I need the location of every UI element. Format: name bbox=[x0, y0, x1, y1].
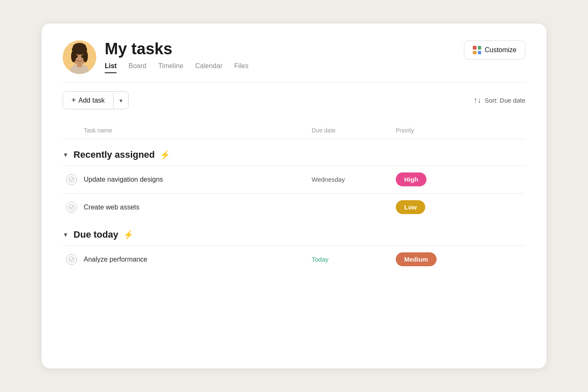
task-check-3[interactable] bbox=[66, 254, 77, 265]
tabs-nav: List Board Timeline Calendar Files bbox=[105, 62, 249, 73]
svg-point-12 bbox=[69, 257, 74, 262]
task-name-cell: Create web assets bbox=[63, 202, 307, 213]
tab-list[interactable]: List bbox=[105, 62, 117, 73]
section-chevron-due-today[interactable]: ▼ bbox=[63, 231, 69, 238]
add-task-button[interactable]: + Add task bbox=[63, 92, 113, 109]
add-task-label: Add task bbox=[79, 97, 105, 104]
lightning-icon-recently-assigned: ⚡ bbox=[160, 150, 170, 160]
main-card: My tasks List Board Timeline Calendar Fi… bbox=[42, 24, 546, 368]
task-check-2[interactable] bbox=[66, 202, 77, 213]
priority-badge-1[interactable]: High bbox=[396, 172, 426, 186]
plus-icon: + bbox=[72, 96, 76, 105]
table-row: Update navigation designs Wednesday High bbox=[63, 165, 525, 193]
table-header: Task name Due date Priority bbox=[63, 122, 525, 139]
col-header-extra bbox=[492, 125, 525, 135]
col-header-priority: Priority bbox=[391, 125, 492, 135]
section-recently-assigned: ▼ Recently assigned ⚡ bbox=[63, 141, 525, 165]
page-title: My tasks bbox=[105, 40, 249, 58]
customize-icon bbox=[473, 46, 481, 54]
sort-button[interactable]: ↑↓ Sort: Due date bbox=[474, 96, 525, 105]
avatar bbox=[63, 40, 96, 74]
task-table: Task name Due date Priority ▼ Recently a… bbox=[63, 122, 525, 273]
dot-green bbox=[478, 46, 482, 50]
col-header-task-name: Task name bbox=[63, 125, 307, 135]
lightning-icon-due-today: ⚡ bbox=[123, 230, 134, 240]
check-icon bbox=[69, 257, 74, 262]
task-name-1: Update navigation designs bbox=[84, 176, 163, 183]
svg-point-9 bbox=[81, 55, 84, 58]
check-icon bbox=[69, 204, 74, 210]
task-check-1[interactable] bbox=[66, 174, 77, 185]
tab-files[interactable]: Files bbox=[234, 62, 249, 73]
svg-point-8 bbox=[75, 55, 78, 58]
task-name-3: Analyze performance bbox=[84, 256, 147, 263]
customize-button[interactable]: Customize bbox=[464, 40, 525, 60]
due-date-3: Today bbox=[307, 256, 391, 263]
tab-board[interactable]: Board bbox=[128, 62, 146, 73]
svg-point-7 bbox=[73, 43, 86, 51]
toolbar: + Add task ▾ ↑↓ Sort: Due date bbox=[63, 91, 525, 109]
table-row: Analyze performance Today Medium bbox=[63, 245, 525, 273]
task-name-2: Create web assets bbox=[84, 204, 140, 211]
priority-badge-2[interactable]: Low bbox=[396, 200, 425, 214]
section-chevron-recently-assigned[interactable]: ▼ bbox=[63, 151, 69, 158]
priority-cell-2: Low bbox=[391, 200, 492, 214]
sort-icon: ↑↓ bbox=[474, 96, 481, 105]
section-title-recently-assigned: Recently assigned bbox=[74, 149, 155, 160]
section-due-today: ▼ Due today ⚡ bbox=[63, 221, 525, 245]
title-area: My tasks List Board Timeline Calendar Fi… bbox=[105, 40, 249, 73]
priority-badge-3[interactable]: Medium bbox=[396, 252, 437, 266]
check-icon bbox=[69, 177, 74, 183]
add-task-chevron-button[interactable]: ▾ bbox=[114, 93, 128, 108]
chevron-down-icon: ▾ bbox=[119, 97, 122, 104]
sort-label: Sort: Due date bbox=[485, 97, 525, 104]
priority-cell-1: High bbox=[391, 172, 492, 186]
svg-point-11 bbox=[69, 204, 74, 210]
priority-cell-3: Medium bbox=[391, 252, 492, 266]
col-header-due-date: Due date bbox=[307, 125, 391, 135]
due-date-1: Wednesday bbox=[307, 176, 391, 183]
header-left: My tasks List Board Timeline Calendar Fi… bbox=[63, 40, 249, 74]
customize-label: Customize bbox=[485, 46, 516, 54]
dot-red bbox=[473, 46, 477, 50]
tab-timeline[interactable]: Timeline bbox=[158, 62, 183, 73]
header-divider bbox=[63, 82, 525, 83]
task-name-cell: Analyze performance bbox=[63, 254, 307, 265]
tab-calendar[interactable]: Calendar bbox=[195, 62, 222, 73]
dot-blue bbox=[478, 51, 482, 55]
header: My tasks List Board Timeline Calendar Fi… bbox=[63, 40, 525, 74]
dot-orange bbox=[473, 51, 477, 55]
task-name-cell: Update navigation designs bbox=[63, 174, 307, 185]
section-title-due-today: Due today bbox=[74, 229, 118, 240]
table-row: Create web assets Low bbox=[63, 193, 525, 221]
add-task-group: + Add task ▾ bbox=[63, 91, 129, 109]
svg-point-10 bbox=[69, 177, 74, 182]
